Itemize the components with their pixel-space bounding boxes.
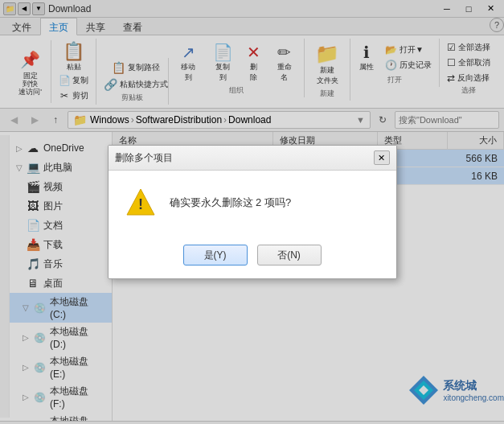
- dialog-title-bar: 删除多个项目 ✕: [109, 146, 396, 171]
- warning-icon: !: [125, 187, 157, 219]
- svg-text:!: !: [138, 196, 143, 212]
- dialog-buttons: 是(Y) 否(N): [109, 235, 396, 278]
- dialog: 删除多个项目 ✕ ! 确实要永久删除这 2 项吗? 是(Y) 否(N): [108, 145, 397, 279]
- dialog-overlay: 删除多个项目 ✕ ! 确实要永久删除这 2 项吗? 是(Y) 否(N): [0, 0, 504, 424]
- dialog-content: ! 确实要永久删除这 2 项吗?: [109, 171, 396, 235]
- no-button[interactable]: 否(N): [257, 245, 322, 266]
- yes-button[interactable]: 是(Y): [183, 245, 248, 266]
- dialog-message: 确实要永久删除这 2 项吗?: [170, 195, 292, 211]
- dialog-title: 删除多个项目: [115, 151, 173, 165]
- dialog-close-button[interactable]: ✕: [374, 150, 390, 165]
